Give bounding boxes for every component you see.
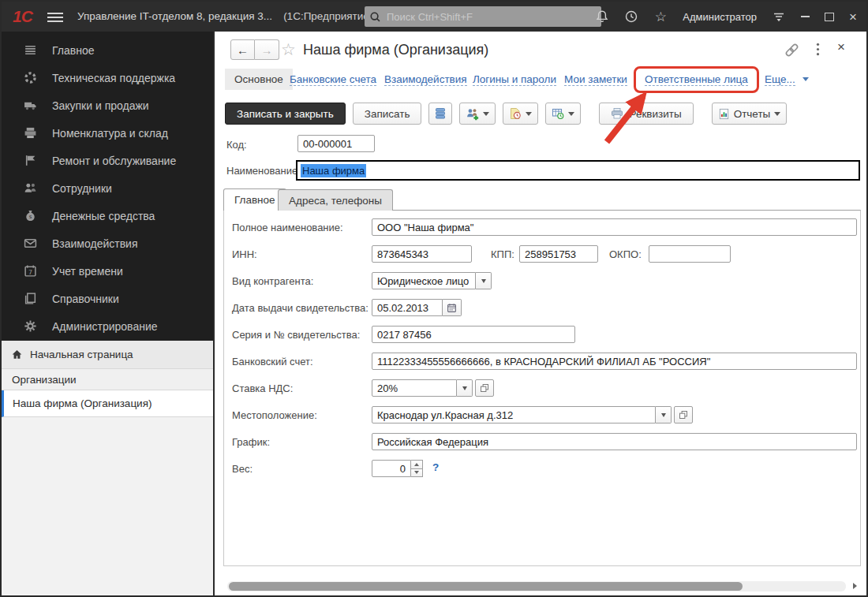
weight-label: Вес: bbox=[232, 463, 253, 475]
search-input[interactable] bbox=[385, 10, 597, 24]
cert-date-field[interactable]: 05.02.2013 bbox=[372, 299, 462, 316]
okpo-input[interactable] bbox=[649, 245, 731, 263]
service-menu-icon[interactable] bbox=[772, 9, 786, 24]
location-combo[interactable]: Краснодар ул.Красная д.312 bbox=[372, 406, 693, 423]
scrollbar-right-arrow-icon[interactable] bbox=[853, 583, 857, 589]
inn-input[interactable] bbox=[372, 245, 472, 263]
schedule-input[interactable] bbox=[372, 433, 857, 450]
sidebar-item-main[interactable]: Главное bbox=[2, 36, 213, 64]
full-name-label: Полное наименование: bbox=[232, 222, 343, 233]
dropdown-arrow-icon bbox=[774, 112, 780, 116]
printer-boxes-icon bbox=[24, 126, 37, 140]
report-chart-icon bbox=[718, 108, 730, 120]
dropdown-arrow-icon bbox=[568, 112, 574, 116]
current-user[interactable]: Администратор bbox=[683, 11, 757, 23]
sidebar-item-purchases[interactable]: Закупки и продажи bbox=[2, 91, 213, 119]
tab-bank-accounts[interactable]: Банковские счета bbox=[290, 73, 376, 86]
reports-dropdown-button[interactable]: Отчеты bbox=[712, 103, 788, 125]
combo-dropdown-icon[interactable] bbox=[656, 406, 672, 423]
spinner-arrows[interactable] bbox=[411, 460, 423, 477]
form-close-icon[interactable]: × bbox=[837, 39, 845, 55]
list-button[interactable] bbox=[428, 103, 452, 125]
history-icon[interactable] bbox=[624, 9, 638, 24]
window-close-button[interactable]: × bbox=[849, 10, 857, 24]
sidebar-item-employees[interactable]: Сотрудники bbox=[2, 174, 213, 202]
printer-icon bbox=[611, 107, 623, 120]
kind-label: Вид контрагента: bbox=[232, 275, 313, 287]
calendar-picker-icon[interactable] bbox=[443, 299, 462, 316]
favorites-star-icon[interactable]: ☆ bbox=[653, 9, 668, 24]
document-history-dropdown-button[interactable] bbox=[503, 103, 538, 125]
window-minimize-button[interactable] bbox=[801, 16, 810, 17]
sidebar-item-time[interactable]: 7 Учет времени bbox=[2, 257, 213, 285]
window-maximize-button[interactable] bbox=[825, 13, 834, 21]
copy-link-icon[interactable] bbox=[784, 43, 799, 61]
pages-icon bbox=[24, 292, 37, 305]
vat-combo[interactable]: 20% bbox=[372, 379, 494, 397]
truck-icon bbox=[24, 99, 37, 112]
sidebar-item-administration[interactable]: Администрирование bbox=[2, 312, 213, 340]
open-item-icon[interactable] bbox=[674, 406, 693, 423]
dropdown-arrow-icon bbox=[526, 112, 532, 116]
favorite-star-icon[interactable]: ☆ bbox=[281, 41, 296, 58]
page-title: Наша фирма (Организация) bbox=[303, 42, 488, 58]
global-search[interactable] bbox=[365, 6, 601, 27]
home-page-item[interactable]: Начальная страница bbox=[2, 341, 213, 369]
back-button[interactable]: ← bbox=[230, 39, 255, 60]
sidebar-item-warehouse[interactable]: Номенклатура и склад bbox=[2, 119, 213, 147]
cert-num-input[interactable] bbox=[372, 326, 575, 343]
name-input[interactable]: Наша фирма bbox=[296, 160, 860, 181]
tab-logins-passwords[interactable]: Логины и пароли bbox=[473, 73, 556, 86]
forward-button[interactable]: → bbox=[255, 39, 279, 60]
notifications-bell-icon[interactable] bbox=[595, 9, 609, 24]
tab-responsible-persons[interactable]: Ответственные лица bbox=[645, 73, 748, 86]
cert-num-label: Серия и № свидетельства: bbox=[232, 329, 360, 341]
code-input[interactable] bbox=[297, 135, 375, 152]
add-people-icon bbox=[466, 107, 479, 121]
kind-combo[interactable]: Юридическое лицо bbox=[372, 272, 492, 289]
tab-interactions[interactable]: Взаимодействия bbox=[384, 73, 467, 86]
requisites-button[interactable]: Реквизиты bbox=[599, 103, 693, 125]
open-item-icon[interactable] bbox=[475, 379, 494, 397]
full-name-input[interactable] bbox=[372, 218, 857, 236]
code-label: Код: bbox=[226, 139, 247, 151]
weight-spinner[interactable]: 0 bbox=[372, 460, 423, 477]
inner-tab-main[interactable]: Главное bbox=[223, 188, 286, 211]
scrollbar-thumb[interactable] bbox=[229, 582, 743, 591]
main-tab-pane: Полное наименование: ИНН: КПП: ОКПО: Вид… bbox=[223, 210, 861, 566]
more-dropdown-arrow-icon bbox=[803, 77, 809, 81]
sidebar-item-catalogs[interactable]: Справочники bbox=[2, 285, 213, 312]
more-menu-link[interactable]: Еще... bbox=[765, 73, 795, 86]
inner-tab-addresses[interactable]: Адреса, телефоны bbox=[278, 189, 393, 211]
add-responsible-dropdown-button[interactable] bbox=[459, 103, 496, 125]
sidebar-item-support[interactable]: Техническая поддержка bbox=[2, 64, 213, 91]
combo-dropdown-icon[interactable] bbox=[476, 272, 492, 289]
bank-input[interactable] bbox=[372, 353, 857, 370]
kpp-input[interactable] bbox=[519, 245, 598, 263]
open-windows-panel: Начальная страница Организации Наша фирм… bbox=[2, 341, 213, 595]
more-options-kebab-icon[interactable] bbox=[816, 43, 820, 59]
window-tab-organizations[interactable]: Организации bbox=[2, 369, 213, 390]
sidebar-item-money[interactable]: s Денежные средства bbox=[2, 202, 213, 229]
repair-flag-icon bbox=[24, 154, 37, 167]
combo-dropdown-icon[interactable] bbox=[457, 379, 473, 397]
form-area: ← → ☆ Наша фирма (Организация) × Основно… bbox=[215, 32, 866, 595]
sidebar-item-repair[interactable]: Ремонт и обслуживание bbox=[2, 147, 213, 174]
app-title: Управление IT-отделом 8, редакция 3...(1… bbox=[77, 10, 372, 22]
1c-logo: 1С bbox=[13, 7, 32, 26]
inn-label: ИНН: bbox=[232, 248, 257, 260]
main-menu-icon[interactable] bbox=[47, 10, 63, 23]
tab-main[interactable]: Основное bbox=[225, 69, 293, 90]
form-toolbar: Записать и закрыть Записать Реквизиты bbox=[225, 103, 787, 125]
svg-text:s: s bbox=[29, 214, 32, 220]
menu-lines-icon bbox=[24, 43, 37, 57]
svg-text:7: 7 bbox=[28, 269, 32, 276]
tab-my-notes[interactable]: Мои заметки bbox=[564, 73, 627, 86]
window-tab-our-firm[interactable]: Наша фирма (Организация) bbox=[2, 390, 213, 417]
table-history-dropdown-button[interactable] bbox=[545, 103, 581, 125]
save-button[interactable]: Записать bbox=[353, 103, 422, 125]
horizontal-scrollbar[interactable] bbox=[227, 581, 846, 591]
sidebar-item-interactions[interactable]: Взаимодействия bbox=[2, 229, 213, 257]
save-and-close-button[interactable]: Записать и закрыть bbox=[225, 103, 346, 125]
help-link[interactable]: ? bbox=[432, 461, 439, 473]
